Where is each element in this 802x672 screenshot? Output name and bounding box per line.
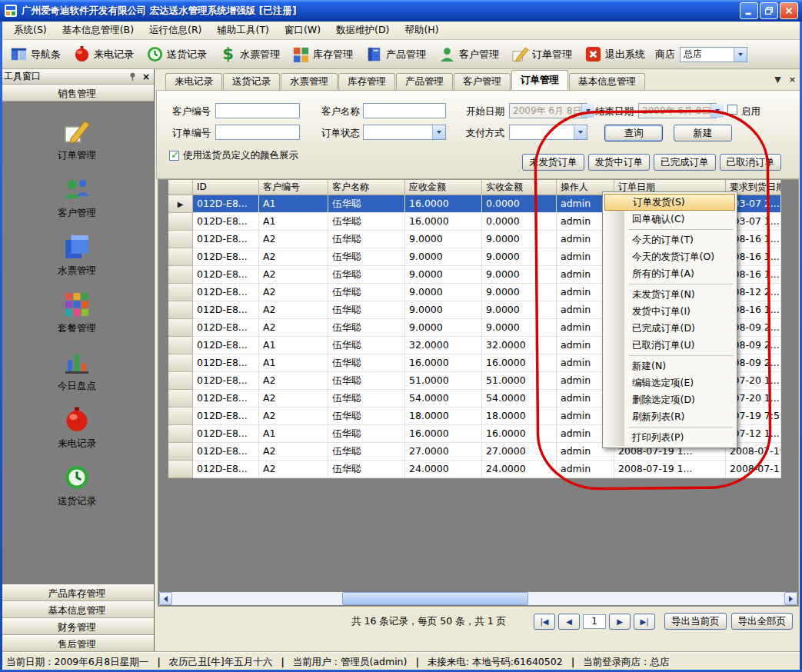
context-menu-item[interactable]: 订单发货(S) xyxy=(604,194,735,211)
toolbar-product-button[interactable]: 产品管理 xyxy=(360,43,431,65)
sidebar-close-icon[interactable]: × xyxy=(142,72,150,82)
minimize-button[interactable] xyxy=(740,2,758,19)
sidebar-item-water-ticket[interactable]: 水票管理 xyxy=(0,226,154,284)
tab[interactable]: 客户管理 xyxy=(454,73,511,90)
dropdown-icon[interactable] xyxy=(574,125,587,139)
menu-item[interactable]: 帮助(H) xyxy=(397,22,446,39)
header-customer-name[interactable]: 客户名称 xyxy=(328,180,405,195)
table-row[interactable]: 012D-E8... A2 伍华聪 24.0000 24.0000 admin … xyxy=(168,461,781,478)
customer-name-input[interactable] xyxy=(363,103,446,118)
dropdown-icon[interactable] xyxy=(581,104,594,118)
scroll-left-button[interactable] xyxy=(159,592,172,605)
status-filter-button[interactable]: 发货中订单 xyxy=(588,154,651,171)
menu-item[interactable]: 数据维护(D) xyxy=(328,22,397,39)
context-menu-item[interactable]: 未发货订单(N) xyxy=(604,286,735,303)
last-page-button[interactable]: ▶| xyxy=(634,614,655,630)
customer-no-input[interactable] xyxy=(215,103,300,118)
tab[interactable]: 水票管理 xyxy=(281,73,338,90)
sidebar-item-package[interactable]: 套餐管理 xyxy=(0,284,154,341)
order-no-input[interactable] xyxy=(215,125,300,140)
restore-button[interactable] xyxy=(760,2,778,19)
tab[interactable]: 库存管理 xyxy=(338,73,395,90)
scroll-thumb[interactable] xyxy=(342,592,528,605)
menu-item[interactable]: 辅助工具(T) xyxy=(210,22,277,39)
header-id[interactable]: ID xyxy=(193,180,259,195)
context-menu-item[interactable]: 所有的订单(A) xyxy=(604,265,735,282)
toolbar-call-log-button[interactable]: 来电记录 xyxy=(68,43,139,65)
sidebar-category-bar[interactable]: 财务管理 xyxy=(0,618,154,635)
sidebar-section-sales[interactable]: 销售管理 xyxy=(0,85,154,101)
scroll-right-button[interactable] xyxy=(784,592,797,605)
row-selector[interactable] xyxy=(168,266,193,284)
end-date-picker[interactable]: 2009年 6月 8日 xyxy=(638,103,717,118)
dropdown-icon[interactable] xyxy=(710,104,724,118)
tab[interactable]: 产品管理 xyxy=(396,73,453,90)
status-filter-button[interactable]: 已取消订单 xyxy=(720,154,782,171)
sidebar-item-delivery-log[interactable]: 送货记录 xyxy=(0,457,154,514)
row-selector[interactable] xyxy=(168,372,193,390)
tab[interactable]: 订单管理 xyxy=(511,70,568,90)
context-menu-item[interactable]: 新建(N) xyxy=(604,358,735,374)
enable-checkbox[interactable] xyxy=(727,105,737,115)
first-page-button[interactable]: |◀ xyxy=(534,614,555,630)
row-selector[interactable] xyxy=(168,248,193,266)
header-customer-no[interactable]: 客户编号 xyxy=(259,180,328,195)
menu-item[interactable]: 运行信息(R) xyxy=(141,22,209,39)
sidebar-item-inventory-today[interactable]: 今日盘点 xyxy=(0,341,154,399)
row-selector[interactable] xyxy=(168,425,193,443)
tab-close-icon[interactable]: × xyxy=(789,75,796,85)
query-button[interactable]: 查询 xyxy=(604,125,663,141)
context-menu-item[interactable]: 已取消订单(U) xyxy=(604,337,735,354)
header-receivable[interactable]: 应收金额 xyxy=(405,180,482,195)
context-menu-item[interactable]: 刷新列表(R) xyxy=(604,408,735,425)
prev-page-button[interactable]: ◀ xyxy=(558,614,580,630)
context-menu-item[interactable]: 已完成订单(D) xyxy=(604,320,735,337)
sidebar-item-order[interactable]: 订单管理 xyxy=(0,111,154,168)
header-received[interactable]: 实收金额 xyxy=(482,180,557,195)
row-selector[interactable] xyxy=(168,213,193,231)
context-menu-item[interactable]: 今天的订单(T) xyxy=(604,231,735,248)
toolbar-order-button[interactable]: 订单管理 xyxy=(506,43,577,65)
context-menu-item[interactable]: 今天的发货订单(O) xyxy=(604,248,735,265)
context-menu-item[interactable]: 删除选定项(D) xyxy=(604,391,735,408)
horizontal-scrollbar[interactable] xyxy=(159,592,797,605)
toolbar-water-ticket-button[interactable]: $ 水票管理 xyxy=(214,43,285,65)
toolbar-customer-button[interactable]: 客户管理 xyxy=(433,43,504,65)
tab[interactable]: 来电记录 xyxy=(165,73,222,90)
color-display-option[interactable]: 使用送货员定义的颜色展示 xyxy=(169,149,298,162)
row-selector[interactable] xyxy=(168,408,193,425)
menu-item[interactable]: 系统(S) xyxy=(6,22,55,39)
dropdown-icon[interactable] xyxy=(734,48,747,62)
row-selector[interactable] xyxy=(168,195,193,213)
color-checkbox[interactable] xyxy=(169,151,179,161)
status-filter-button[interactable]: 已完成订单 xyxy=(654,154,716,171)
page-number-input[interactable] xyxy=(583,614,606,629)
toolbar-delivery-log-button[interactable]: 送货记录 xyxy=(141,43,212,65)
tab[interactable]: 基本信息管理 xyxy=(569,73,645,90)
pin-icon[interactable] xyxy=(128,72,138,82)
row-selector[interactable] xyxy=(168,461,193,478)
toolbar-navigator-button[interactable]: 导航条 xyxy=(5,43,66,65)
row-selector[interactable] xyxy=(168,354,193,372)
context-menu-item[interactable]: 打印列表(P) xyxy=(604,429,735,446)
row-selector[interactable] xyxy=(168,319,193,337)
new-button[interactable]: 新建 xyxy=(674,125,732,141)
sidebar-item-customer[interactable]: 客户管理 xyxy=(0,168,154,226)
row-selector[interactable] xyxy=(168,231,193,248)
tab-list-dropdown-icon[interactable]: ▼ xyxy=(774,75,780,85)
store-select[interactable]: 总店 xyxy=(680,47,747,62)
tab[interactable]: 送货记录 xyxy=(223,73,280,90)
close-button[interactable] xyxy=(780,2,798,19)
dropdown-icon[interactable] xyxy=(432,125,445,139)
sidebar-category-bar[interactable]: 基本信息管理 xyxy=(0,601,154,618)
row-selector[interactable] xyxy=(168,443,193,461)
next-page-button[interactable]: ▶ xyxy=(609,614,631,630)
context-menu-item[interactable]: 回单确认(C) xyxy=(604,211,735,228)
row-selector[interactable] xyxy=(168,284,193,301)
row-selector[interactable] xyxy=(168,301,193,319)
export-all-button[interactable]: 导出全部页 xyxy=(731,613,794,630)
toolbar-exit-button[interactable]: 退出系统 xyxy=(579,43,651,65)
export-current-button[interactable]: 导出当前页 xyxy=(664,613,727,630)
status-filter-button[interactable]: 未发货订单 xyxy=(522,154,584,171)
context-menu-item[interactable]: 发货中订单(I) xyxy=(604,303,735,320)
